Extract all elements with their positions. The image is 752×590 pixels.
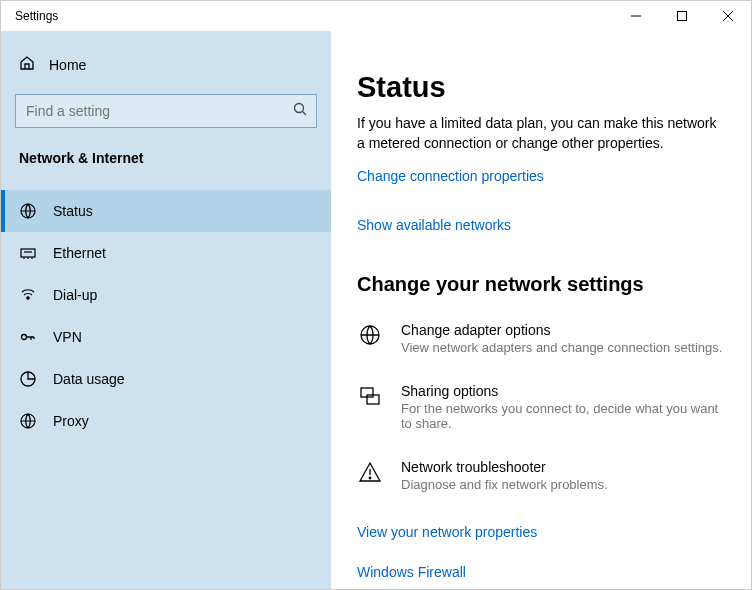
option-sharing[interactable]: Sharing options For the networks you con… [357,383,725,431]
option-troubleshooter[interactable]: Network troubleshooter Diagnose and fix … [357,459,725,492]
home-label: Home [49,57,86,73]
proxy-icon [19,412,37,430]
link-change-connection[interactable]: Change connection properties [357,168,544,184]
page-description: If you have a limited data plan, you can… [357,114,725,153]
option-subtitle: Diagnose and fix network problems. [401,477,608,492]
main-panel: Status If you have a limited data plan, … [331,31,751,589]
nav-label: VPN [53,329,82,345]
nav-item-ethernet[interactable]: Ethernet [1,232,331,274]
link-show-available[interactable]: Show available networks [357,217,511,233]
warning-icon [357,459,383,485]
link-windows-firewall[interactable]: Windows Firewall [357,564,725,580]
option-subtitle: For the networks you connect to, decide … [401,401,725,431]
sidebar-category: Network & Internet [15,150,317,166]
svg-rect-7 [21,249,35,257]
window-controls [613,1,751,31]
datausage-icon [19,370,37,388]
svg-point-4 [295,104,304,113]
nav-label: Dial-up [53,287,97,303]
svg-point-11 [27,297,29,299]
nav-item-proxy[interactable]: Proxy [1,400,331,442]
share-icon [357,383,383,409]
search-input[interactable] [15,94,317,128]
link-list: View your network properties Windows Fir… [357,520,725,589]
ethernet-icon [19,244,37,262]
nav-label: Data usage [53,371,125,387]
nav-label: Status [53,203,93,219]
page-heading: Status [357,71,725,104]
nav-label: Proxy [53,413,89,429]
option-adapter[interactable]: Change adapter options View network adap… [357,322,725,355]
titlebar: Settings [1,1,751,31]
option-subtitle: View network adapters and change connect… [401,340,722,355]
home-icon [19,55,35,74]
vpn-icon [19,328,37,346]
sidebar: Home Network & Internet Status [1,31,331,589]
option-title: Change adapter options [401,322,722,338]
home-button[interactable]: Home [15,49,317,80]
minimize-button[interactable] [613,1,659,31]
search-icon [293,102,307,120]
nav-item-dialup[interactable]: Dial-up [1,274,331,316]
section-heading: Change your network settings [357,273,725,296]
option-title: Sharing options [401,383,725,399]
dialup-icon [19,286,37,304]
nav-item-vpn[interactable]: VPN [1,316,331,358]
link-view-properties[interactable]: View your network properties [357,524,725,540]
svg-rect-1 [678,12,687,21]
close-button[interactable] [705,1,751,31]
search-box[interactable] [15,94,317,128]
svg-line-5 [303,112,307,116]
nav-label: Ethernet [53,245,106,261]
nav-item-datausage[interactable]: Data usage [1,358,331,400]
window-title: Settings [15,9,58,23]
maximize-button[interactable] [659,1,705,31]
status-icon [19,202,37,220]
svg-point-19 [369,477,371,479]
globe-icon [357,322,383,348]
option-title: Network troubleshooter [401,459,608,475]
sidebar-nav: Status Ethernet Dial-up [1,190,331,442]
nav-item-status[interactable]: Status [1,190,331,232]
svg-point-12 [22,335,27,340]
